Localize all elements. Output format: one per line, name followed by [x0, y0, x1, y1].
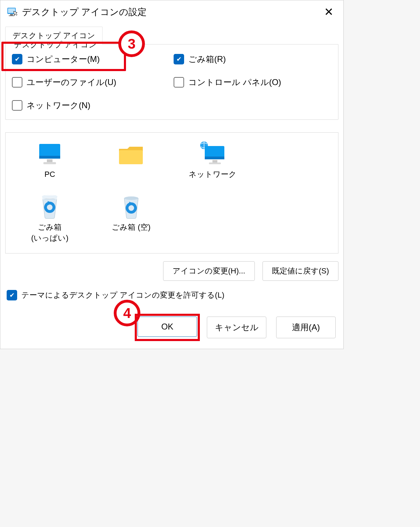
svg-point-16 [124, 196, 138, 200]
group-title: デスクトップ アイコン [12, 40, 99, 50]
checkbox-recycle-bin[interactable]: ✔ ごみ箱(R) [174, 54, 332, 65]
checkbox-box: ✔ [12, 54, 22, 64]
svg-rect-2 [10, 14, 13, 15]
cancel-button[interactable]: キャンセル [207, 317, 266, 338]
checkbox-box [12, 77, 22, 88]
svg-rect-9 [119, 150, 143, 164]
checkbox-computer[interactable]: 3 ✔ コンピューター(M) [12, 54, 170, 65]
check-icon: ✔ [9, 292, 15, 298]
checkbox-label: ネットワーク(N) [27, 100, 90, 111]
checkbox-allow-theme-change[interactable]: ✔ テーマによるデスクトップ アイコンの変更を許可する(L) [7, 290, 338, 300]
checkbox-label: コントロール パネル(O) [188, 77, 281, 88]
svg-rect-7 [47, 159, 52, 162]
icon-preview-list[interactable]: PC ネットワーク [5, 132, 338, 254]
checkbox-box: ✔ [174, 54, 184, 64]
checkbox-network[interactable]: ネットワーク(N) [12, 100, 170, 111]
checkbox-box [12, 100, 22, 111]
svg-marker-4 [14, 11, 17, 15]
recycle-bin-empty-icon [96, 192, 166, 219]
checkbox-control-panel[interactable]: コントロール パネル(O) [174, 77, 332, 88]
preview-label: PC [15, 169, 85, 180]
desktop-icons-group: デスクトップ アイコン 3 ✔ コンピューター(M) ✔ ごみ箱(R) ユーザー… [5, 44, 338, 120]
preview-item-recycle-empty[interactable]: ごみ箱 (空) [96, 192, 166, 244]
svg-rect-13 [212, 160, 217, 162]
title-bar: デスクトップ アイコンの設定 ✕ [0, 0, 343, 23]
checkbox-box: ✔ [7, 290, 17, 300]
preview-label: ごみ箱(いっぱい) [15, 222, 85, 244]
folder-icon [96, 139, 166, 166]
preview-item-user-folder[interactable] [96, 139, 166, 180]
check-icon: ✔ [176, 56, 182, 62]
recycle-bin-full-icon [15, 192, 85, 219]
dialog-title: デスクトップ アイコンの設定 [22, 6, 147, 18]
svg-rect-14 [209, 162, 221, 164]
apply-button[interactable]: 適用(A) [276, 317, 336, 338]
client-area: デスクトップ アイコン 3 ✔ コンピューター(M) ✔ ごみ箱(R) ユーザー… [0, 44, 343, 307]
checkbox-label: ごみ箱(R) [188, 54, 226, 65]
preview-label: ごみ箱 (空) [96, 222, 166, 233]
dialog-button-row: 4 OK キャンセル 適用(A) [0, 307, 343, 349]
dialog-window: デスクトップ アイコンの設定 ✕ デスクトップ アイコン デスクトップ アイコン… [0, 0, 344, 349]
checkbox-label: コンピューター(M) [27, 54, 100, 65]
preview-item-network[interactable]: ネットワーク [177, 139, 247, 180]
checkbox-label: テーマによるデスクトップ アイコンの変更を許可する(L) [21, 290, 224, 300]
svg-rect-8 [43, 162, 56, 164]
check-icon: ✔ [15, 56, 20, 62]
preview-label: ネットワーク [177, 169, 247, 180]
checkbox-user-files[interactable]: ユーザーのファイル(U) [12, 77, 170, 88]
preview-label [96, 169, 166, 180]
ok-button[interactable]: OK [138, 317, 197, 337]
svg-rect-6 [39, 156, 60, 159]
desktop-settings-icon [7, 6, 18, 18]
preview-item-empty-slot [259, 139, 329, 180]
preview-item-recycle-full[interactable]: ごみ箱(いっぱい) [15, 192, 85, 244]
network-icon [177, 139, 247, 166]
svg-rect-3 [9, 15, 14, 16]
preview-item-pc[interactable]: PC [15, 139, 85, 180]
restore-defaults-button[interactable]: 既定値に戻す(S) [262, 261, 338, 281]
close-icon[interactable]: ✕ [321, 4, 337, 20]
checkbox-label: ユーザーのファイル(U) [27, 77, 116, 88]
monitor-icon [15, 139, 85, 166]
change-icon-button[interactable]: アイコンの変更(H)... [163, 261, 255, 281]
checkbox-box [174, 77, 184, 88]
svg-rect-12 [205, 157, 224, 159]
